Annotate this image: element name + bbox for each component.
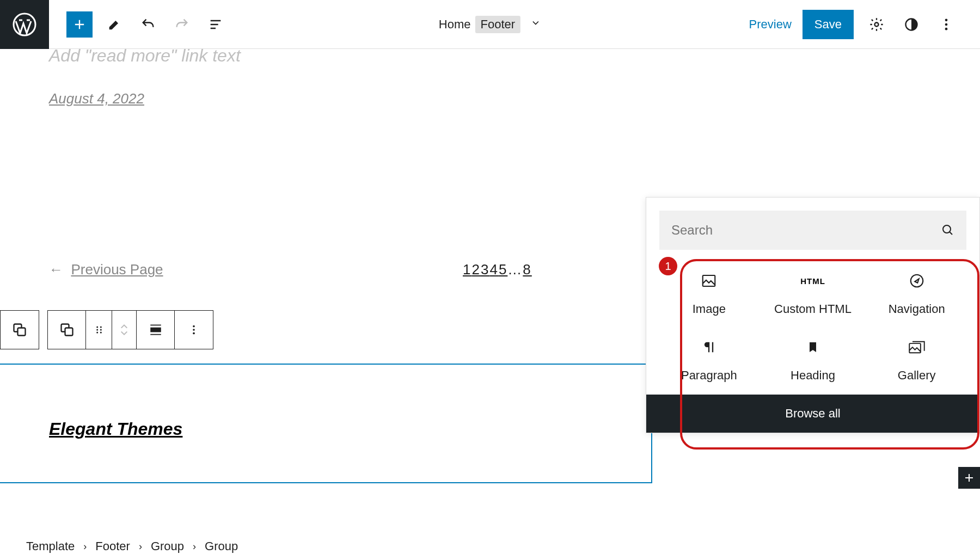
drag-icon: [94, 324, 105, 335]
wordpress-logo[interactable]: [0, 0, 49, 49]
page-3[interactable]: 3: [481, 261, 489, 278]
paragraph-icon: [701, 338, 716, 356]
select-parent-button[interactable]: [1, 311, 39, 349]
settings-button[interactable]: [865, 13, 889, 36]
inserter-search[interactable]: [659, 211, 966, 250]
block-label: Image: [693, 302, 726, 316]
parent-block-selector: [0, 310, 39, 349]
block-label: Paragraph: [681, 368, 737, 383]
undo-button[interactable]: [136, 13, 160, 36]
svg-point-3: [945, 19, 948, 21]
block-item-gallery[interactable]: Gallery: [865, 338, 969, 383]
previous-page-label[interactable]: Previous Page: [71, 261, 163, 278]
group-parent-icon: [12, 322, 27, 337]
template-part-badge: Footer: [475, 16, 521, 33]
block-label: Gallery: [898, 368, 936, 383]
svg-point-13: [100, 329, 101, 331]
svg-point-5: [945, 27, 948, 30]
block-item-paragraph[interactable]: Paragraph: [657, 338, 761, 383]
top-toolbar: Home Footer Preview Save: [0, 0, 980, 49]
align-full-icon: [149, 323, 163, 337]
list-view-icon: [208, 17, 223, 32]
more-options-button[interactable]: [934, 13, 958, 36]
site-title[interactable]: Elegant Themes: [49, 419, 182, 439]
svg-point-4: [945, 23, 948, 26]
breadcrumb-item[interactable]: Group: [205, 539, 238, 553]
block-item-image[interactable]: Image: [657, 272, 761, 316]
svg-point-20: [943, 225, 951, 233]
save-button[interactable]: Save: [803, 10, 854, 39]
block-appender-button[interactable]: [958, 467, 980, 489]
toolbar-right: Preview Save: [749, 10, 980, 39]
svg-point-19: [193, 333, 195, 335]
block-toolbar: [0, 310, 213, 349]
page-2[interactable]: 2: [471, 261, 480, 278]
chevron-down-icon[interactable]: [120, 330, 128, 336]
preview-button[interactable]: Preview: [749, 17, 792, 32]
previous-page-link[interactable]: ← Previous Page: [49, 261, 163, 278]
post-date[interactable]: August 4, 2022: [49, 90, 144, 107]
chevron-right-icon: ›: [193, 541, 196, 552]
breadcrumb-item[interactable]: Group: [151, 539, 184, 553]
block-item-heading[interactable]: Heading: [761, 338, 865, 383]
list-view-button[interactable]: [204, 13, 228, 36]
chevron-right-icon: ›: [139, 541, 142, 552]
align-button[interactable]: [137, 311, 175, 349]
search-input[interactable]: [671, 223, 941, 238]
page-8[interactable]: 8: [523, 261, 531, 278]
page-1[interactable]: 1: [463, 261, 471, 278]
redo-button[interactable]: [170, 13, 194, 36]
breadcrumb-item[interactable]: Footer: [95, 539, 130, 553]
bookmark-icon: [806, 338, 819, 356]
chevron-down-icon: [530, 17, 541, 32]
image-icon: [701, 272, 717, 290]
block-type-button[interactable]: [48, 311, 86, 349]
drag-handle[interactable]: [86, 311, 112, 349]
svg-point-1: [875, 22, 879, 26]
blocks-grid: Image HTML Custom HTML Navigation Paragr…: [646, 262, 979, 395]
arrow-left-icon: ←: [49, 261, 63, 278]
breadcrumb: Template › Footer › Group › Group: [0, 533, 238, 560]
kebab-icon: [188, 324, 200, 336]
editor-canvas: Add "read more" link text August 4, 2022…: [0, 49, 980, 538]
page-5[interactable]: 5: [499, 261, 507, 278]
group-icon: [59, 322, 75, 337]
breadcrumb-item[interactable]: Template: [26, 539, 75, 553]
undo-icon: [140, 17, 156, 32]
chevron-up-icon[interactable]: [120, 323, 128, 330]
styles-button[interactable]: [899, 13, 923, 36]
svg-rect-7: [18, 328, 26, 336]
gallery-icon: [908, 338, 926, 356]
svg-point-18: [193, 329, 195, 331]
gear-icon: [869, 17, 884, 32]
svg-point-14: [96, 332, 98, 334]
kebab-icon: [939, 17, 954, 32]
edit-tool-button[interactable]: [102, 13, 126, 36]
template-home-label: Home: [439, 17, 471, 32]
redo-icon: [174, 17, 189, 32]
page-dots: …: [507, 261, 523, 278]
toolbar-left: [49, 11, 228, 38]
contrast-icon: [904, 17, 919, 32]
template-selector[interactable]: Home Footer: [439, 16, 541, 33]
block-controls: [47, 310, 213, 349]
block-item-custom-html[interactable]: HTML Custom HTML: [761, 272, 865, 316]
block-more-button[interactable]: [175, 311, 213, 349]
pagination[interactable]: 12345…8: [463, 261, 532, 278]
page-4[interactable]: 4: [489, 261, 498, 278]
plus-icon: [963, 471, 976, 484]
svg-rect-16: [150, 328, 161, 333]
read-more-placeholder[interactable]: Add "read more" link text: [49, 46, 241, 66]
wordpress-icon: [11, 11, 38, 38]
plus-icon: [72, 17, 87, 32]
browse-all-button[interactable]: Browse all: [646, 395, 979, 433]
block-item-navigation[interactable]: Navigation: [865, 272, 969, 316]
svg-point-12: [96, 329, 98, 331]
block-label: Custom HTML: [774, 302, 852, 316]
html-icon: HTML: [800, 272, 825, 290]
block-label: Heading: [791, 368, 835, 383]
svg-rect-21: [703, 275, 715, 286]
block-inserter-popup: Image HTML Custom HTML Navigation Paragr…: [646, 197, 980, 433]
add-block-button[interactable]: [66, 11, 93, 38]
move-arrows: [112, 311, 137, 349]
